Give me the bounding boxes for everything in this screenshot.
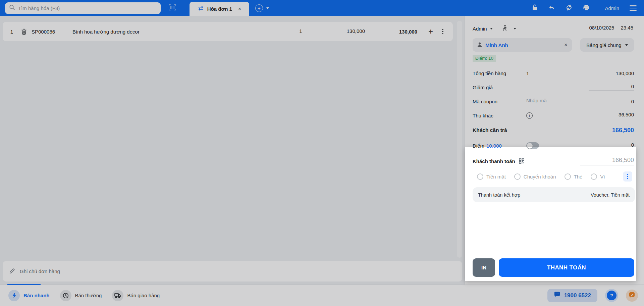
customer-points-badge: Điểm: 10 bbox=[473, 55, 496, 62]
other-fees-input[interactable]: 36,500 bbox=[589, 112, 634, 119]
order-time-input[interactable]: 23:45 bbox=[620, 25, 634, 32]
hotline-number: 1900 6522 bbox=[564, 292, 591, 299]
payment-method-transfer[interactable]: Chuyển khoản bbox=[514, 173, 556, 180]
combined-payment-value: Voucher, Tiền mặt bbox=[591, 192, 630, 198]
discount-input[interactable]: 0 bbox=[589, 84, 634, 91]
subtotal-qty: 1 bbox=[526, 70, 529, 76]
info-icon[interactable]: i bbox=[526, 112, 533, 119]
coupon-value: 0 bbox=[631, 99, 634, 104]
customer-pays-input[interactable]: 166,500 bbox=[580, 157, 634, 165]
print-icon[interactable] bbox=[583, 4, 590, 12]
payment-method-label[interactable]: Chuyển khoản bbox=[524, 174, 556, 180]
hotline-button[interactable]: 1900 6522 bbox=[547, 289, 597, 302]
coupon-input[interactable]: Nhập mã bbox=[526, 98, 573, 105]
radio-icon[interactable] bbox=[591, 173, 597, 180]
payment-method-label[interactable]: Thẻ bbox=[574, 174, 583, 180]
product-code: SP000086 bbox=[32, 29, 72, 35]
seller-dropdown[interactable]: Admin bbox=[473, 26, 493, 32]
chevron-down-icon bbox=[490, 28, 493, 30]
chat-bubble-icon bbox=[554, 292, 560, 299]
amount-due-value: 166,500 bbox=[612, 127, 634, 134]
tab-close-icon[interactable]: × bbox=[238, 6, 241, 12]
combined-payment-row[interactable]: Thanh toán kết hợp Voucher, Tiền mặt bbox=[473, 187, 635, 202]
sale-channel-dropdown[interactable] bbox=[502, 25, 516, 32]
order-summary-panel: Admin 08/10/2025 23:45 Minh Anh × Bảng g… bbox=[465, 16, 644, 285]
customer-pays-label: Khách thanh toán bbox=[473, 158, 515, 164]
customer-chip[interactable]: Minh Anh × bbox=[473, 38, 572, 52]
payment-method-label[interactable]: Tiền mặt bbox=[486, 174, 506, 180]
qr-code-icon[interactable] bbox=[519, 158, 524, 164]
quantity-input[interactable]: 1 bbox=[291, 28, 310, 35]
subtotal-value: 130,000 bbox=[616, 70, 634, 76]
lock-icon[interactable] bbox=[532, 4, 538, 12]
new-tab-button[interactable]: + bbox=[255, 4, 263, 12]
other-fees-label: Thu khác bbox=[473, 113, 526, 118]
payment-method-wallet[interactable]: Ví bbox=[591, 173, 605, 180]
points-label: Điểm bbox=[473, 143, 484, 149]
tab-label: Bán thường bbox=[75, 293, 102, 298]
tab-delivery-sale[interactable]: Bán giao hàng bbox=[112, 290, 160, 301]
amount-due-label: Khách cần trả bbox=[473, 127, 526, 133]
price-book-dropdown[interactable]: Bảng giá chung bbox=[580, 38, 634, 52]
trash-icon[interactable] bbox=[16, 29, 32, 35]
menu-icon[interactable] bbox=[630, 5, 637, 11]
price-book-label: Bảng giá chung bbox=[586, 42, 621, 48]
row-more-icon[interactable] bbox=[439, 29, 446, 35]
feedback-pencil-icon bbox=[629, 292, 635, 300]
lightning-icon bbox=[8, 290, 20, 301]
chevron-down-icon bbox=[514, 28, 516, 30]
tab-label: Bán nhanh bbox=[23, 293, 50, 298]
radio-icon[interactable] bbox=[514, 173, 521, 180]
help-button[interactable]: ? bbox=[607, 291, 616, 300]
product-search-input[interactable]: Tìm hàng hóa (F3) bbox=[5, 2, 161, 14]
line-total: 130,000 bbox=[378, 29, 417, 35]
discount-label: Giảm giá bbox=[473, 85, 526, 90]
coupon-label: Mã coupon bbox=[473, 99, 526, 104]
row-index: 1 bbox=[7, 29, 16, 35]
radio-icon[interactable] bbox=[477, 173, 483, 180]
cart-scrollbar[interactable] bbox=[457, 21, 462, 258]
order-date-input[interactable]: 08/10/2025 bbox=[588, 25, 615, 32]
seller-label: Admin bbox=[473, 26, 487, 32]
price-input[interactable]: 130,000 bbox=[327, 28, 365, 35]
active-tab-indicator bbox=[7, 284, 41, 285]
person-icon bbox=[477, 42, 482, 48]
tab-invoice-1[interactable]: Hóa đơn 1 × bbox=[190, 2, 249, 16]
payment-method-card[interactable]: Thẻ bbox=[565, 173, 583, 180]
radio-icon[interactable] bbox=[565, 173, 571, 180]
print-button[interactable]: IN bbox=[473, 258, 495, 277]
sync-icon[interactable] bbox=[566, 4, 573, 12]
more-payment-methods-icon[interactable] bbox=[623, 171, 632, 182]
tab-label: Hóa đơn 1 bbox=[207, 6, 232, 12]
search-placeholder: Tìm hàng hóa (F3) bbox=[18, 5, 60, 11]
payment-method-cash[interactable]: Tiền mặt bbox=[477, 173, 506, 180]
undo-icon[interactable] bbox=[548, 5, 555, 12]
tab-label: Bán giao hàng bbox=[127, 293, 160, 298]
cart-area: 1 SP000086 Bình hoa hướng dương decor 1 … bbox=[0, 16, 465, 285]
search-icon bbox=[9, 4, 15, 12]
subtotal-label: Tổng tiền hàng bbox=[473, 70, 526, 76]
combined-payment-label: Thanh toán kết hợp bbox=[478, 192, 520, 198]
points-input[interactable]: 0 bbox=[589, 142, 634, 149]
topbar-user-menu[interactable]: Admin bbox=[605, 5, 619, 11]
cart-row: 1 SP000086 Bình hoa hướng dương decor 1 … bbox=[3, 22, 453, 41]
pay-button[interactable]: THANH TOÁN bbox=[499, 258, 634, 277]
chevron-down-icon bbox=[625, 44, 628, 46]
clock-icon bbox=[60, 290, 71, 301]
pencil-icon bbox=[9, 268, 15, 275]
top-bar: Tìm hàng hóa (F3) Hóa đơn 1 × + bbox=[0, 0, 644, 16]
tab-normal-sale[interactable]: Bán thường bbox=[60, 290, 102, 301]
barcode-icon bbox=[168, 3, 177, 13]
barcode-scan-button[interactable] bbox=[168, 3, 177, 13]
add-line-icon[interactable]: + bbox=[426, 27, 435, 36]
points-toggle[interactable] bbox=[526, 142, 539, 149]
payment-method-label[interactable]: Ví bbox=[600, 174, 605, 180]
swap-arrows-icon[interactable] bbox=[198, 5, 204, 12]
feedback-button[interactable] bbox=[626, 290, 638, 302]
bottom-bar: Bán nhanh Bán thường Bán giao hàng 1900 … bbox=[0, 285, 644, 306]
customer-name[interactable]: Minh Anh bbox=[485, 42, 508, 48]
new-tab-dropdown-icon[interactable] bbox=[266, 7, 269, 9]
tab-quick-sale[interactable]: Bán nhanh bbox=[8, 290, 50, 301]
order-note-input[interactable]: Ghi chú đơn hàng bbox=[3, 261, 462, 282]
remove-customer-icon[interactable]: × bbox=[564, 42, 568, 48]
